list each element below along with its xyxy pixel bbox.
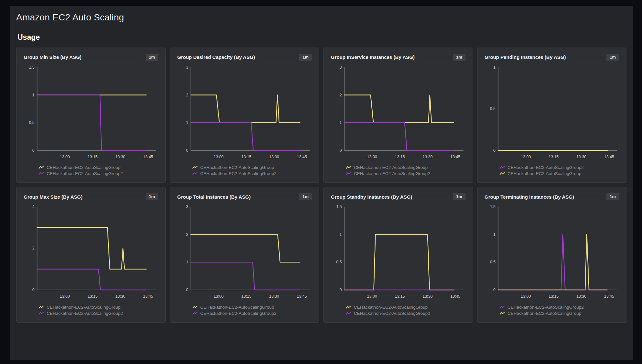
legend-item[interactable]: CEHackathon-EC2-AutoScalingGroup [192,305,312,310]
chart-card[interactable]: Group Total Instances (By ASG)1m012313:0… [170,187,320,322]
x-axis-tick-label: 13:15 [88,294,98,299]
legend-item[interactable]: CEHackathon-EC2-AutoScalingGroup [346,165,466,170]
chart-legend: CEHackathon-EC2-AutoScalingGroupCEHackat… [192,165,312,176]
chart-card-header: Group Standby Instances (By ASG)1m [331,193,466,200]
period-badge: 1m [299,54,312,61]
chart-legend: CEHackathon-EC2-AutoScalingGroupCEHackat… [346,165,466,176]
series-line [344,234,454,290]
line-chart[interactable]: 00.511.513:0013:1513:3013:45 [485,202,619,302]
x-axis-tick-label: 13:15 [241,294,251,299]
series-line [37,227,146,269]
y-axis-tick-label: 3 [186,204,188,209]
line-chart-svg[interactable]: 02413:0013:1513:3013:45 [24,202,158,302]
header-divider [259,57,295,57]
line-chart-svg[interactable]: 00.511.513:0013:1513:3013:45 [331,202,466,302]
y-axis-tick-label: 0 [32,288,35,292]
series-line [37,269,146,290]
chart-card-header: Group Total Instances (By ASG)1m [177,193,312,200]
legend-item[interactable]: CEHackathon-EC2-AutoScalingGroup2 [346,171,466,176]
legend-item[interactable]: CEHackathon-EC2-AutoScalingGroup [39,165,158,170]
legend-sparkline-icon [500,166,505,169]
chart-card[interactable]: Group Terminating Instances (By ASG)1m00… [477,187,627,322]
chart-card[interactable]: Group InService Instances (By ASG)1m0123… [323,48,473,183]
legend-item[interactable]: CEHackathon-EC2-AutoScalingGroup2 [39,171,158,176]
chart-legend: CEHackathon-EC2-AutoScalingGroup2CEHacka… [500,165,619,176]
series-line [498,234,607,290]
chart-card-header: Group Pending Instances (By ASG)1m [485,54,619,61]
legend-item[interactable]: CEHackathon-EC2-AutoScalingGroup2 [192,311,312,316]
line-chart-svg[interactable]: 012313:0013:1513:3013:45 [331,63,466,162]
x-axis-tick-label: 13:30 [269,294,279,299]
chart-axes: 00.511.513:0013:1513:3013:45 [336,204,463,299]
x-axis-tick-label: 13:00 [213,294,223,299]
line-chart[interactable]: 012313:0013:1513:3013:45 [331,63,466,162]
chart-card[interactable]: Group Pending Instances (By ASG)1m00.511… [477,48,627,183]
y-axis-tick-label: 1 [186,260,188,264]
y-axis-tick-label: 2 [186,232,188,237]
ec2-autoscaling-dashboard: { "page": { "title": "Amazon EC2 Auto Sc… [0,0,642,364]
legend-label: CEHackathon-EC2-AutoScalingGroup [47,165,120,170]
x-axis-tick-label: 13:30 [115,154,125,159]
period-badge: 1m [606,54,619,61]
line-chart-svg[interactable]: 012313:0013:1513:3013:45 [177,202,312,302]
x-axis-tick-label: 13:30 [269,154,279,159]
line-chart-svg[interactable]: 00.511.513:0013:1513:3013:45 [24,63,158,162]
legend-item[interactable]: CEHackathon-EC2-AutoScalingGroup [346,305,466,310]
x-axis-tick-label: 13:30 [422,294,433,299]
line-chart[interactable]: 012313:0013:1513:3013:45 [177,63,312,162]
chart-card[interactable]: Group Min Size (By ASG)1m00.511.513:0013… [16,48,166,183]
legend-item[interactable]: CEHackathon-EC2-AutoScalingGroup2 [500,305,619,310]
line-chart[interactable]: 00.5113:0013:1513:3013:45 [485,63,619,162]
line-chart[interactable]: 00.511.513:0013:1513:3013:45 [331,202,466,302]
line-chart[interactable]: 012313:0013:1513:3013:45 [177,202,312,302]
legend-sparkline-icon [39,305,44,309]
period-badge: 1m [299,193,312,200]
line-chart-svg[interactable]: 012313:0013:1513:3013:45 [177,63,312,162]
legend-item[interactable]: CEHackathon-EC2-AutoScalingGroup2 [39,311,158,316]
line-chart[interactable]: 02413:0013:1513:3013:45 [24,202,158,302]
legend-item[interactable]: CEHackathon-EC2-AutoScalingGroup [500,171,619,176]
legend-item[interactable]: CEHackathon-EC2-AutoScalingGroup2 [500,165,619,170]
legend-label: CEHackathon-EC2-AutoScalingGroup [200,165,274,170]
charts-grid: Group Min Size (By ASG)1m00.511.513:0013… [16,48,626,323]
legend-label: CEHackathon-EC2-AutoScalingGroup2 [354,171,430,176]
line-chart-svg[interactable]: 00.511.513:0013:1513:3013:45 [485,202,619,302]
legend-item[interactable]: CEHackathon-EC2-AutoScalingGroup2 [346,311,466,316]
chart-card[interactable]: Group Max Size (By ASG)1m02413:0013:1513… [16,187,166,322]
y-axis-tick-label: 1 [493,65,495,69]
legend-label: CEHackathon-EC2-AutoScalingGroup [354,165,428,170]
chart-axes: 00.5113:0013:1513:3013:45 [490,65,617,159]
chart-legend: CEHackathon-EC2-AutoScalingGroupCEHackat… [192,305,312,316]
legend-item[interactable]: CEHackathon-EC2-AutoScalingGroup2 [192,171,312,176]
x-axis-tick-label: 13:30 [576,154,586,159]
chart-title: Group Standby Instances (By ASG) [331,194,412,200]
x-axis-tick-label: 13:00 [367,154,377,159]
legend-sparkline-icon [192,312,198,315]
y-axis-tick-label: 0 [493,288,495,292]
legend-sparkline-icon [39,172,44,175]
y-axis-tick-label: 0 [493,148,495,153]
legend-label: CEHackathon-EC2-AutoScalingGroup2 [200,171,277,176]
line-chart[interactable]: 00.511.513:0013:1513:3013:45 [24,63,158,162]
legend-item[interactable]: CEHackathon-EC2-AutoScalingGroup [500,311,619,316]
chart-card-header: Group Desired Capacity (By ASG)1m [177,54,312,61]
legend-item[interactable]: CEHackathon-EC2-AutoScalingGroup [192,165,312,170]
y-axis-tick-label: 1 [32,93,35,97]
x-axis-tick-label: 13:30 [115,294,125,299]
legend-item[interactable]: CEHackathon-EC2-AutoScalingGroup [39,305,158,310]
chart-axes: 00.511.513:0013:1513:3013:45 [490,204,617,299]
chart-axes: 00.511.513:0013:1513:3013:45 [29,65,156,159]
chart-card[interactable]: Group Standby Instances (By ASG)1m00.511… [323,187,473,322]
legend-label: CEHackathon-EC2-AutoScalingGroup [508,171,581,176]
x-axis-tick-label: 13:45 [297,294,307,299]
series-line [37,95,146,150]
y-axis-tick-label: 2 [32,246,35,250]
line-chart-svg[interactable]: 00.5113:0013:1513:3013:45 [485,63,619,162]
x-axis-tick-label: 13:00 [521,154,531,159]
chart-title: Group Terminating Instances (By ASG) [485,194,574,200]
x-axis-tick-label: 13:15 [548,294,558,299]
series-line [344,123,454,150]
chart-card[interactable]: Group Desired Capacity (By ASG)1m012313:… [170,48,320,183]
y-axis-tick-label: 0.5 [29,120,34,125]
y-axis-tick-label: 3 [340,65,342,69]
